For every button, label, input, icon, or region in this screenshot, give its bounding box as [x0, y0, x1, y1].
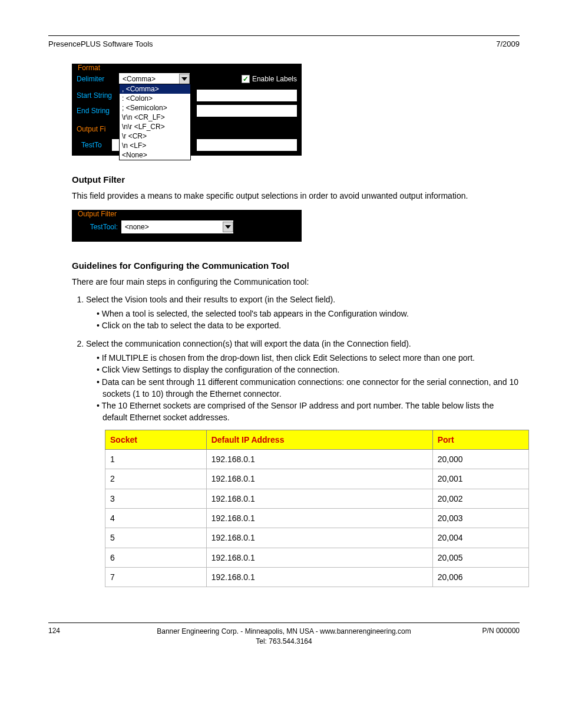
footer-tel: Tel: 763.544.3164	[119, 637, 449, 647]
delimiter-option[interactable]: : <Colon>	[120, 94, 190, 103]
bullet-item: Click on the tab to select the data to b…	[97, 319, 520, 331]
footer-company: Banner Engineering Corp. - Minneapolis, …	[119, 627, 449, 637]
start-string-label: Start String	[77, 91, 119, 100]
table-cell: 192.168.0.1	[206, 450, 432, 469]
table-cell: 192.168.0.1	[206, 469, 432, 489]
table-row: 5192.168.0.120,004	[105, 528, 529, 548]
delimiter-option[interactable]: , <Comma>	[120, 84, 190, 94]
table-cell: 7	[105, 567, 207, 587]
header-left: PresencePLUS Software Tools	[48, 39, 153, 48]
delimiter-option[interactable]: \r <CR>	[120, 131, 190, 141]
format-panel: Format Delimiter <Comma> ✓ Enable Labels	[72, 64, 302, 156]
table-row: 7192.168.0.120,006	[105, 567, 529, 587]
chevron-down-icon	[225, 225, 231, 229]
table-row: 6192.168.0.120,005	[105, 548, 529, 567]
delimiter-option[interactable]: \r\n <CR_LF>	[120, 113, 190, 122]
delimiter-option[interactable]: ; <Semicolon>	[120, 103, 190, 113]
table-header: Socket	[105, 430, 207, 449]
testtool-sublabel: TestTo	[81, 141, 110, 149]
end-string-input[interactable]	[197, 105, 297, 117]
table-cell: 3	[105, 489, 207, 508]
guidelines-list: Select the Vision tools and their result…	[82, 294, 520, 587]
enable-labels-text: Enable Labels	[252, 75, 297, 83]
step1-text: Select the Vision tools and their result…	[86, 295, 335, 304]
table-header: Default IP Address	[206, 430, 432, 449]
of-testtool-select[interactable]: <none>	[121, 220, 233, 233]
table-row: 3192.168.0.120,002	[105, 489, 529, 508]
output-filter-sublabel: Output Fi	[77, 125, 119, 133]
bullet-item: When a tool is selected, the selected to…	[97, 308, 520, 319]
table-cell: 20,004	[432, 528, 528, 548]
step2-text: Select the communication connection(s) t…	[86, 339, 411, 348]
output-filter-panel: Output Filter TestTool: <none>	[72, 210, 302, 242]
table-cell: 1	[105, 450, 207, 469]
delimiter-options-list[interactable]: , <Comma>: <Colon>; <Semicolon>\r\n <CR_…	[119, 84, 191, 160]
guidelines-heading: Guidelines for Configuring the Communica…	[72, 261, 520, 271]
end-string-label: End String	[77, 107, 119, 115]
bullet-item: Data can be sent through 11 different co…	[97, 376, 520, 400]
table-cell: 20,001	[432, 469, 528, 489]
step1-bullets: When a tool is selected, the selected to…	[97, 308, 520, 332]
of-testtool-value: <none>	[125, 223, 149, 231]
output-filter-body: This field provides a means to make spec…	[72, 190, 520, 202]
table-cell: 192.168.0.1	[206, 489, 432, 508]
guidelines-intro: There are four main steps in configuring…	[72, 276, 520, 288]
of-testtool-label: TestTool:	[78, 223, 121, 231]
table-cell: 192.168.0.1	[206, 567, 432, 587]
delimiter-option[interactable]: \n\r <LF_CR>	[120, 122, 190, 131]
step2-bullets: If MULTIPLE is chosen from the drop-down…	[97, 352, 520, 424]
chevron-down-icon	[181, 77, 187, 81]
output-filter-group-label: Output Filter	[77, 210, 118, 218]
table-cell: 20,005	[432, 548, 528, 567]
table-cell: 20,000	[432, 450, 528, 469]
table-cell: 192.168.0.1	[206, 548, 432, 567]
table-cell: 192.168.0.1	[206, 508, 432, 528]
table-cell: 4	[105, 508, 207, 528]
table-header: Port	[432, 430, 528, 449]
table-cell: 20,006	[432, 567, 528, 587]
delimiter-value: <Comma>	[123, 75, 156, 83]
start-string-input[interactable]	[197, 90, 297, 101]
bullet-item: If MULTIPLE is chosen from the drop-down…	[97, 352, 520, 364]
enable-labels-checkbox[interactable]: ✓	[242, 75, 250, 83]
delimiter-option[interactable]: <None>	[120, 150, 190, 160]
delimiter-option[interactable]: \n <LF>	[120, 141, 190, 150]
output-filter-heading: Output Filter	[72, 174, 520, 185]
table-row: 1192.168.0.120,000	[105, 450, 529, 469]
header-right: 7/2009	[496, 39, 520, 48]
socket-table: SocketDefault IP AddressPort 1192.168.0.…	[105, 430, 529, 587]
table-cell: 20,002	[432, 489, 528, 508]
table-row: 2192.168.0.120,001	[105, 469, 529, 489]
footer-part-number: P/N 000000	[449, 627, 520, 647]
table-cell: 2	[105, 469, 207, 489]
delimiter-dropdown-button[interactable]	[179, 74, 190, 84]
format-group-label: Format	[77, 64, 101, 72]
bullet-item: Click View Settings to display the confi…	[97, 364, 520, 375]
footer-page-number: 124	[48, 627, 119, 647]
bullet-item: The 10 Ethernet sockets are comprised of…	[97, 400, 520, 424]
table-cell: 6	[105, 548, 207, 567]
table-cell: 192.168.0.1	[206, 528, 432, 548]
of-dropdown-button[interactable]	[223, 222, 233, 232]
table-cell: 20,003	[432, 508, 528, 528]
delimiter-select[interactable]: <Comma>	[119, 73, 190, 85]
delimiter-label: Delimiter	[77, 75, 119, 83]
testtool-value-box	[197, 139, 297, 151]
table-cell: 5	[105, 528, 207, 548]
table-row: 4192.168.0.120,003	[105, 508, 529, 528]
